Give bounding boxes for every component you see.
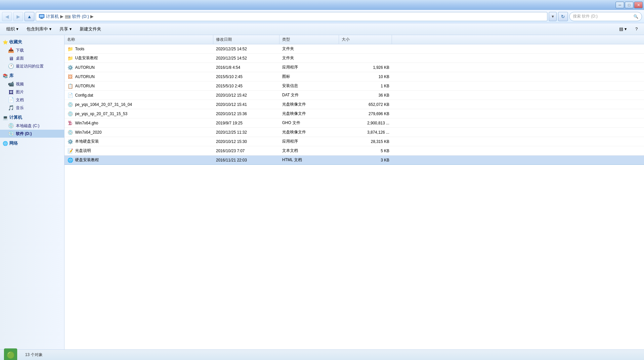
minimize-button[interactable]: ─ bbox=[616, 2, 624, 8]
file-type-cell: DAT 文件 bbox=[279, 92, 339, 98]
sidebar-item-recent[interactable]: 🕐 最近访问的位置 bbox=[0, 62, 64, 70]
video-icon: 📹 bbox=[8, 81, 14, 87]
sidebar-item-music[interactable]: 🎵 音乐 bbox=[0, 104, 64, 112]
file-size: 652,072 KB bbox=[368, 102, 389, 107]
sidebar-network-header[interactable]: 🌐 网络 bbox=[0, 139, 64, 148]
sidebar-item-downloads[interactable]: 📥 下载 bbox=[0, 46, 64, 54]
sidebar-item-software-d[interactable]: 💿 软件 (D:) bbox=[0, 130, 64, 138]
file-type: DAT 文件 bbox=[282, 92, 299, 98]
file-type: 应用程序 bbox=[282, 139, 298, 144]
file-icon: 📁 bbox=[67, 46, 73, 52]
refresh-button[interactable]: ↻ bbox=[558, 12, 568, 21]
sidebar-item-video[interactable]: 📹 视频 bbox=[0, 80, 64, 88]
file-modified-cell: 2019/9/7 19:25 bbox=[213, 121, 279, 125]
address-dropdown[interactable]: ▾ bbox=[549, 12, 557, 21]
sidebar-computer-header[interactable]: 💻 计算机 bbox=[0, 113, 64, 122]
maximize-button[interactable]: □ bbox=[625, 2, 633, 8]
table-row[interactable]: 🖼 AUTORUN 2015/5/10 2:45 图标 10 KB bbox=[64, 72, 644, 81]
file-modified-cell: 2020/12/25 14:52 bbox=[213, 56, 279, 61]
col-header-type[interactable]: 类型 bbox=[279, 35, 339, 44]
col-header-name[interactable]: 名称 bbox=[64, 35, 213, 44]
table-row[interactable]: 💿 pe_yqs_xp_20_07_31_15_53 2020/10/12 15… bbox=[64, 109, 644, 118]
file-modified: 2020/10/12 15:41 bbox=[216, 102, 247, 107]
file-type: 应用程序 bbox=[282, 65, 298, 70]
sidebar-item-local-c[interactable]: 💿 本地磁盘 (C:) bbox=[0, 122, 64, 130]
file-name-cell: 💿 pe_yqs_xp_20_07_31_15_53 bbox=[64, 111, 213, 117]
file-modified: 2015/5/10 2:45 bbox=[216, 84, 242, 88]
library-icon: 📚 bbox=[3, 73, 8, 78]
file-name-cell: 🖼 AUTORUN bbox=[64, 74, 213, 80]
table-row[interactable]: 💿 pe_yqs_1064_20_07_31_16_04 2020/10/12 … bbox=[64, 100, 644, 109]
file-type-cell: 应用程序 bbox=[279, 139, 339, 144]
col-header-modified[interactable]: 修改日期 bbox=[213, 35, 279, 44]
file-icon: 📝 bbox=[67, 148, 73, 154]
image-icon: 🖼 bbox=[8, 89, 14, 95]
file-name-cell: 📝 光盘说明 bbox=[64, 148, 213, 154]
forward-icon: ▶ bbox=[17, 14, 20, 19]
file-size-cell: 2,900,813 ... bbox=[339, 121, 392, 125]
share-button[interactable]: 共享 ▾ bbox=[56, 24, 75, 34]
file-size: 2,900,813 ... bbox=[367, 121, 389, 125]
sidebar-library-header[interactable]: 📚 库 bbox=[0, 71, 64, 80]
new-folder-button[interactable]: 新建文件夹 bbox=[76, 24, 105, 34]
close-button[interactable]: ✕ bbox=[634, 2, 643, 8]
file-name-cell: 💿 Win7x64_2020 bbox=[64, 129, 213, 135]
table-row[interactable]: 🌐 硬盘安装教程 2016/11/21 22:03 HTML 文档 3 KB bbox=[64, 156, 644, 165]
table-row[interactable]: 📋 AUTORUN 2015/5/10 2:45 安装信息 1 KB bbox=[64, 81, 644, 91]
file-name: AUTORUN bbox=[75, 84, 95, 88]
sidebar-item-doc[interactable]: 📄 文档 bbox=[0, 96, 64, 104]
svg-rect-1 bbox=[40, 15, 44, 17]
sidebar-item-image[interactable]: 🖼 图片 bbox=[0, 88, 64, 96]
sidebar-item-desktop[interactable]: 🖥 桌面 bbox=[0, 54, 64, 62]
path-drive[interactable]: 软件 (D:) bbox=[72, 14, 89, 20]
file-modified: 2020/10/12 15:30 bbox=[216, 139, 247, 144]
file-size: 3 KB bbox=[381, 158, 389, 162]
help-button[interactable]: ? bbox=[632, 24, 641, 34]
view-dropdown-icon: ▾ bbox=[624, 26, 627, 31]
desktop-icon: 🖥 bbox=[8, 55, 14, 61]
back-button[interactable]: ◀ bbox=[2, 12, 12, 21]
sidebar-favorites-header[interactable]: ⭐ 收藏夹 bbox=[0, 38, 64, 46]
search-box[interactable]: 搜索 软件 (D:) 🔍 bbox=[569, 12, 642, 21]
address-path[interactable]: 计算机 ▶ 软件 (D:) ▶ bbox=[36, 12, 547, 21]
file-type-cell: 光盘映像文件 bbox=[279, 129, 339, 135]
file-modified-cell: 2020/10/12 15:36 bbox=[213, 112, 279, 116]
up-icon: ▲ bbox=[27, 14, 32, 19]
table-row[interactable]: ⚙️ AUTORUN 2016/1/8 4:54 应用程序 1,926 KB bbox=[64, 63, 644, 72]
file-size-cell: 3,874,126 ... bbox=[339, 130, 392, 135]
file-name: pe_yqs_1064_20_07_31_16_04 bbox=[75, 102, 132, 107]
file-size-cell: 652,072 KB bbox=[339, 102, 392, 107]
file-icon: 💿 bbox=[67, 129, 73, 135]
file-icon: 📄 bbox=[67, 92, 73, 98]
table-row[interactable]: ⚙️ 本地硬盘安装 2020/10/12 15:30 应用程序 28,315 K… bbox=[64, 137, 644, 146]
forward-button[interactable]: ▶ bbox=[13, 12, 23, 21]
titlebar-buttons: ─ □ ✕ bbox=[616, 2, 643, 8]
file-modified: 2020/12/25 11:32 bbox=[216, 130, 247, 135]
help-icon: ? bbox=[635, 26, 638, 31]
organize-button[interactable]: 组织 ▾ bbox=[3, 24, 22, 34]
col-header-size[interactable]: 大小 bbox=[339, 35, 392, 44]
table-row[interactable]: 📄 Config.dat 2020/10/12 15:42 DAT 文件 36 … bbox=[64, 91, 644, 100]
table-row[interactable]: 📁 Tools 2020/12/25 14:52 文件夹 bbox=[64, 44, 644, 54]
file-size: 28,315 KB bbox=[371, 139, 389, 144]
view-button[interactable]: ▤ ▾ bbox=[616, 24, 630, 34]
path-computer[interactable]: 计算机 bbox=[46, 14, 59, 20]
network-label: 网络 bbox=[9, 140, 18, 146]
local-c-icon: 💿 bbox=[8, 123, 14, 129]
file-size: 3,874,126 ... bbox=[367, 130, 389, 135]
file-type-cell: 安装信息 bbox=[279, 83, 339, 89]
file-modified: 2020/12/25 14:52 bbox=[216, 56, 247, 61]
up-button[interactable]: ▲ bbox=[24, 12, 34, 21]
file-name: 本地硬盘安装 bbox=[75, 139, 99, 144]
file-modified: 2020/10/12 15:36 bbox=[216, 112, 247, 116]
include-library-button[interactable]: 包含到库中 ▾ bbox=[23, 24, 55, 34]
table-row[interactable]: 🗜 Win7x64.gho 2019/9/7 19:25 GHO 文件 2,90… bbox=[64, 118, 644, 128]
file-modified-cell: 2016/1/8 4:54 bbox=[213, 65, 279, 70]
organize-label: 组织 bbox=[6, 26, 15, 32]
table-row[interactable]: 📝 光盘说明 2016/10/23 7:07 文本文档 5 KB bbox=[64, 146, 644, 156]
table-row[interactable]: 📁 U盘安装教程 2020/12/25 14:52 文件夹 bbox=[64, 54, 644, 63]
file-type: 光盘映像文件 bbox=[282, 111, 306, 116]
file-size: 1 KB bbox=[381, 84, 389, 88]
file-type-cell: 文本文档 bbox=[279, 148, 339, 154]
table-row[interactable]: 💿 Win7x64_2020 2020/12/25 11:32 光盘映像文件 3… bbox=[64, 128, 644, 137]
